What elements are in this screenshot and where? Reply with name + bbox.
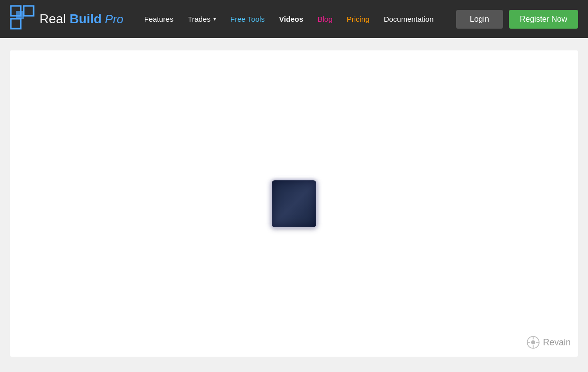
nav-link-features[interactable]: Features bbox=[138, 11, 179, 27]
nav-link-videos[interactable]: Videos bbox=[273, 11, 309, 27]
revain-watermark: Revain bbox=[526, 335, 571, 349]
revain-icon bbox=[526, 335, 540, 349]
revain-label: Revain bbox=[543, 337, 571, 348]
nav-link-blog[interactable]: Blog bbox=[312, 11, 338, 27]
nav-link-pricing[interactable]: Pricing bbox=[341, 11, 376, 27]
nav-link-documentation[interactable]: Documentation bbox=[378, 11, 440, 27]
nav-links: Features Trades ▾ Free Tools Videos Blog… bbox=[138, 11, 440, 27]
svg-rect-1 bbox=[24, 6, 34, 16]
svg-rect-3 bbox=[16, 11, 24, 19]
svg-point-5 bbox=[531, 340, 535, 344]
nav-link-free-tools[interactable]: Free Tools bbox=[224, 11, 271, 27]
logo-text: Real Build Pro bbox=[40, 11, 124, 27]
login-button[interactable]: Login bbox=[456, 10, 503, 29]
navbar: Real Build Pro Features Trades ▾ Free To… bbox=[0, 0, 588, 38]
center-widget bbox=[272, 180, 316, 227]
chevron-down-icon: ▾ bbox=[213, 16, 216, 22]
main-content: Revain bbox=[10, 50, 578, 357]
nav-link-trades[interactable]: Trades ▾ bbox=[182, 11, 222, 27]
logo[interactable]: Real Build Pro bbox=[10, 5, 124, 33]
navbar-left: Real Build Pro Features Trades ▾ Free To… bbox=[10, 5, 440, 33]
register-button[interactable]: Register Now bbox=[509, 10, 578, 29]
svg-rect-2 bbox=[11, 19, 21, 29]
navbar-right: Login Register Now bbox=[456, 10, 578, 29]
logo-icon bbox=[10, 5, 35, 33]
loading-box bbox=[272, 180, 316, 227]
